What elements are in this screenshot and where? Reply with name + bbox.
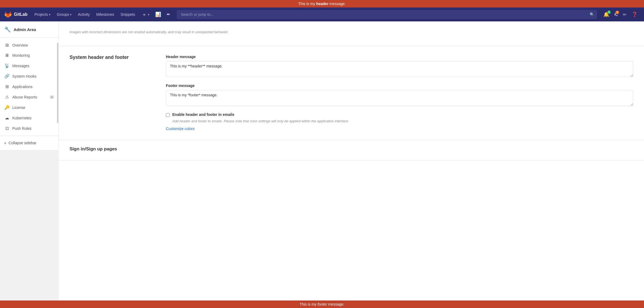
- footer-message-textarea[interactable]: This is my *footer* message.: [166, 90, 633, 106]
- banner-text-after: message.: [329, 2, 346, 6]
- abuse-reports-badge: 0: [49, 95, 54, 99]
- nav-groups-chevron: ▾: [70, 13, 71, 16]
- sidebar-wrapper: 🔧 Admin Area ⊞ Overview 🖥 Monitoring 📡 M…: [0, 21, 59, 307]
- nav-activity-label: Activity: [78, 12, 90, 17]
- nav-merge-icon[interactable]: ⑆ 7: [612, 10, 620, 19]
- collapse-icon: «: [4, 141, 6, 145]
- sidebar-header-title: Admin Area: [14, 27, 36, 32]
- sidebar-item-kubernetes[interactable]: ☁ Kubernetes: [0, 113, 59, 123]
- nav-milestones[interactable]: Milestones: [94, 11, 117, 18]
- sidebar-item-push-rules-label: Push Rules: [12, 126, 54, 131]
- form-right: Header message This is my **header** mes…: [166, 55, 633, 131]
- search-input[interactable]: [177, 10, 597, 19]
- sidebar-header: 🔧 Admin Area: [0, 21, 59, 38]
- abuse-reports-icon: ⚠: [4, 94, 10, 100]
- enable-header-footer-hint: Add header and footer to emails. Please …: [172, 119, 633, 123]
- sidebar-item-overview[interactable]: ⊞ Overview: [0, 40, 59, 50]
- sidebar-item-abuse-reports[interactable]: ⚠ Abuse Reports 0: [0, 92, 59, 102]
- nav-chart-icon[interactable]: 📊: [153, 10, 163, 19]
- enable-header-footer-label[interactable]: Enable header and footer in emails: [172, 112, 234, 117]
- sign-in-left: Sign in/Sign up pages: [70, 146, 155, 152]
- enable-header-footer-checkbox[interactable]: [166, 113, 170, 117]
- sidebar-item-applications-label: Applications: [12, 85, 54, 89]
- header-message-label: Header message: [166, 55, 633, 59]
- customize-colors-link[interactable]: Customize colors: [166, 127, 195, 131]
- form-left: System header and footer: [70, 55, 155, 131]
- nav-groups[interactable]: Groups ▾: [54, 11, 74, 18]
- bottom-banner-text-before: This is my: [300, 302, 318, 306]
- merge-badge: 7: [615, 11, 619, 14]
- sidebar-item-overview-label: Overview: [12, 43, 54, 47]
- nav-help-icon[interactable]: ❓: [630, 10, 640, 19]
- search-icon: 🔍: [590, 12, 594, 17]
- sidebar-nav: ⊞ Overview 🖥 Monitoring 📡 Messages 🔗 Sys…: [0, 38, 59, 150]
- sidebar-item-push-rules[interactable]: ⊡ Push Rules: [0, 123, 59, 134]
- sidebar-item-messages[interactable]: 📡 Messages: [0, 60, 59, 71]
- applications-icon: ⊞: [4, 84, 10, 89]
- nav-projects[interactable]: Projects ▾: [32, 11, 53, 18]
- nav-projects-label: Projects: [35, 12, 48, 17]
- intro-text: Images with incorrect dimensions are not…: [70, 30, 633, 34]
- sign-in-section-title: Sign in/Sign up pages: [70, 146, 155, 152]
- sidebar-item-system-hooks-label: System Hooks: [12, 74, 54, 78]
- sign-in-section: Sign in/Sign up pages: [59, 140, 644, 161]
- nav-milestones-label: Milestones: [96, 12, 114, 17]
- top-banner: This is my header message.: [0, 0, 644, 7]
- intro-section: Images with incorrect dimensions are not…: [59, 21, 644, 46]
- nav-snippets[interactable]: Snippets: [118, 11, 138, 18]
- nav-plus[interactable]: ＋▾: [139, 9, 152, 20]
- sign-in-right: [166, 146, 633, 152]
- customize-colors-label: Customize colors: [166, 127, 195, 131]
- navbar: GitLab Projects ▾ Groups ▾ Activity Mile…: [0, 7, 644, 21]
- footer-message-label: Footer message: [166, 83, 633, 88]
- wrench-icon: 🔧: [4, 26, 11, 33]
- bottom-banner-text-after: message.: [327, 302, 345, 306]
- bell-badge: 5: [607, 10, 611, 14]
- nav-projects-chevron: ▾: [49, 13, 50, 16]
- sidebar-item-license[interactable]: 🔑 License: [0, 102, 59, 113]
- bottom-banner: This is my footer message.: [0, 301, 644, 307]
- gitlab-brand[interactable]: GitLab: [4, 11, 28, 18]
- sidebar-divider: [0, 136, 59, 136]
- kubernetes-icon: ☁: [4, 115, 10, 120]
- nav-groups-label: Groups: [57, 12, 69, 17]
- sidebar-item-applications[interactable]: ⊞ Applications: [0, 81, 59, 92]
- sign-in-form-layout: Sign in/Sign up pages: [70, 146, 633, 152]
- sidebar-item-messages-label: Messages: [12, 64, 54, 68]
- section-title-header-footer: System header and footer: [70, 55, 155, 60]
- sidebar-item-monitoring-label: Monitoring: [12, 53, 54, 58]
- system-header-footer-section: System header and footer Header message …: [59, 46, 644, 140]
- header-message-textarea[interactable]: This is my **header** message.: [166, 61, 633, 77]
- system-hooks-icon: 🔗: [4, 74, 10, 79]
- footer-message-group: Footer message This is my *footer* messa…: [166, 83, 633, 107]
- enable-header-footer-row: Enable header and footer in emails: [166, 112, 633, 117]
- license-icon: 🔑: [4, 105, 10, 110]
- nav-code-icon[interactable]: ✒: [164, 10, 173, 19]
- nav-bell-icon[interactable]: 🔔 5: [601, 10, 611, 19]
- sidebar-item-abuse-reports-label: Abuse Reports: [12, 95, 47, 99]
- bottom-banner-text-italic: footer: [318, 302, 327, 306]
- sidebar-item-kubernetes-label: Kubernetes: [12, 116, 54, 120]
- nav-activity[interactable]: Activity: [75, 11, 92, 18]
- sidebar-collapse[interactable]: « Collapse sidebar: [0, 138, 59, 148]
- nav-edit-icon[interactable]: ✏: [621, 10, 628, 19]
- nav-snippets-label: Snippets: [120, 12, 135, 17]
- overview-icon: ⊞: [4, 43, 10, 48]
- form-layout: System header and footer Header message …: [70, 55, 633, 131]
- monitor-icon: 🖥: [4, 53, 10, 58]
- sidebar-item-license-label: License: [12, 105, 54, 110]
- main-content: Images with incorrect dimensions are not…: [59, 21, 644, 307]
- banner-text-before: This is my: [298, 2, 316, 6]
- banner-text-bold: header: [316, 2, 329, 6]
- header-message-group: Header message This is my **header** mes…: [166, 55, 633, 78]
- nav-icon-group: 🔔 5 ⑆ 7 ✏ ❓: [601, 10, 640, 19]
- sidebar-item-monitoring[interactable]: 🖥 Monitoring: [0, 50, 59, 60]
- search-container: 🔍: [177, 10, 597, 19]
- brand-label: GitLab: [14, 12, 28, 17]
- sidebar: 🔧 Admin Area ⊞ Overview 🖥 Monitoring 📡 M…: [0, 21, 59, 150]
- sidebar-collapse-label: Collapse sidebar: [9, 141, 36, 145]
- sidebar-item-system-hooks[interactable]: 🔗 System Hooks: [0, 71, 59, 81]
- nav-plus-chevron: ▾: [148, 13, 149, 16]
- messages-icon: 📡: [4, 63, 10, 68]
- gitlab-logo-icon: [4, 11, 12, 18]
